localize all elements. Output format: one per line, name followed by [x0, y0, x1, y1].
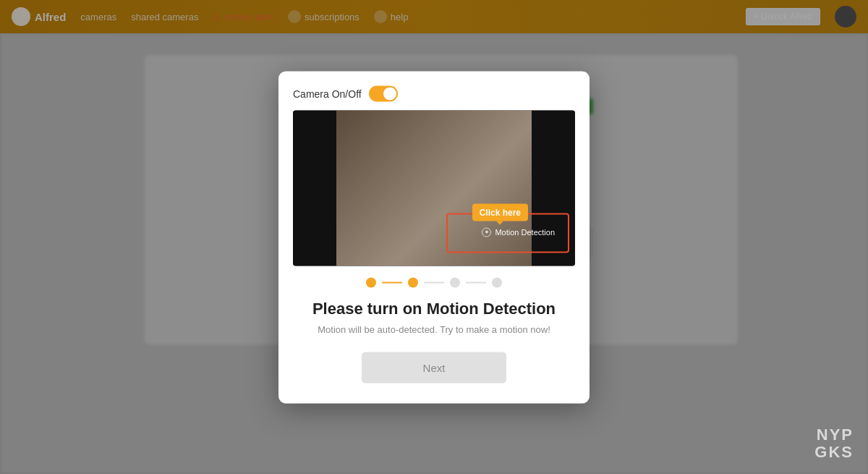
step-line-1 — [382, 282, 402, 283]
step-dot-4 — [492, 277, 502, 287]
step-line-2 — [424, 282, 444, 283]
camera-toggle-label: Camera On/Off — [293, 88, 362, 99]
modal-title: Please turn on Motion Detection — [293, 299, 575, 318]
motion-detection-icon — [482, 227, 491, 237]
step-dot-2 — [408, 277, 418, 287]
camera-highlight-box: Click here Motion Detection — [446, 213, 569, 253]
watermark-line2: GKS — [814, 444, 854, 461]
step-indicator — [293, 277, 575, 287]
camera-toggle-switch[interactable] — [369, 85, 398, 101]
camera-left-bar — [293, 110, 336, 266]
step-line-3 — [466, 282, 486, 283]
modal-dialog: Camera On/Off Click here Motion Detectio… — [278, 71, 590, 403]
step-dot-1 — [366, 277, 376, 287]
click-here-tooltip[interactable]: Click here — [472, 203, 528, 221]
next-button[interactable]: Next — [362, 352, 506, 383]
camera-toggle-header: Camera On/Off — [293, 85, 575, 101]
motion-detection-label: Motion Detection — [482, 227, 555, 237]
step-dot-3 — [450, 277, 460, 287]
modal-subtitle: Motion will be auto-detected. Try to mak… — [293, 323, 575, 334]
watermark: NYP GKS — [814, 426, 854, 461]
svg-point-0 — [485, 231, 488, 234]
camera-feed: Click here Motion Detection — [293, 110, 575, 266]
watermark-line1: NYP — [814, 426, 854, 444]
